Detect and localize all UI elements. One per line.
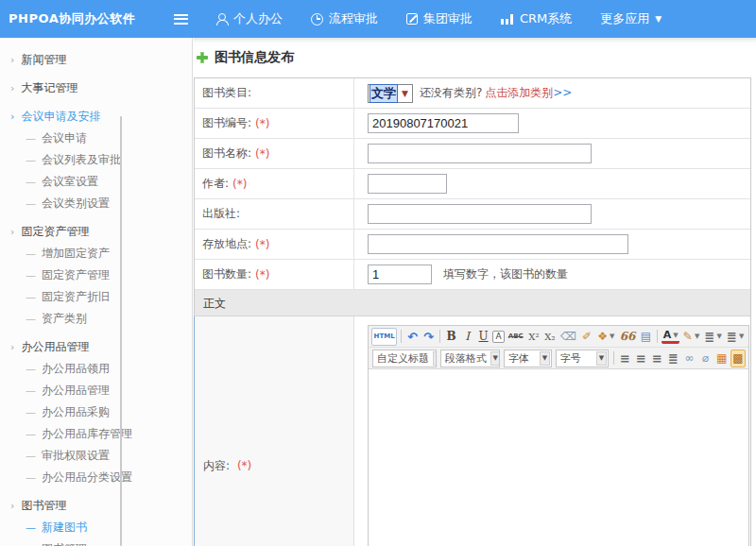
bold-icon[interactable]: B: [444, 328, 458, 346]
sidebar-item[interactable]: —办公用品库存管理: [0, 423, 192, 445]
highlight-icon[interactable]: ✎▼: [681, 328, 701, 346]
quantity-input[interactable]: [368, 264, 432, 284]
caret-down-icon: ▼: [655, 14, 662, 24]
sidebar-item-label: 办公用品库存管理: [42, 427, 132, 440]
nav-label: 个人办公: [233, 10, 283, 27]
field-label: 存放地点:: [202, 236, 251, 252]
field-label: 内容:: [203, 459, 230, 472]
link-arrows: >>: [553, 86, 572, 99]
image-manager-icon[interactable]: ▩: [730, 350, 746, 367]
sidebar-item[interactable]: ›固定资产管理: [0, 220, 192, 243]
required-mark: (*): [255, 268, 269, 282]
sidebar-item[interactable]: ›新闻管理: [0, 48, 192, 71]
no-category-text: 还没有类别?: [420, 85, 482, 101]
subscript-icon[interactable]: X₂: [542, 328, 557, 346]
superscript-icon[interactable]: X²: [526, 328, 541, 346]
sidebar-item[interactable]: ›办公用品管理: [0, 335, 192, 358]
link-icon[interactable]: ∞: [682, 350, 696, 367]
paste-text-icon[interactable]: ▤: [639, 328, 653, 346]
eraser-icon[interactable]: ⌫: [558, 328, 577, 346]
sidebar-item[interactable]: —图书管理: [0, 538, 192, 546]
sidebar-item[interactable]: ›图书管理: [0, 494, 192, 517]
sidebar-item[interactable]: —审批权限设置: [0, 445, 192, 467]
sidebar-item[interactable]: —资产类别: [0, 308, 192, 330]
sidebar-item-label: 办公用品采购: [42, 405, 110, 418]
sidebar-item[interactable]: —新建图书: [0, 517, 192, 538]
sidebar-scrollbar[interactable]: [120, 116, 122, 546]
image-icon[interactable]: ▦: [714, 350, 729, 367]
required-mark: (*): [232, 178, 247, 191]
sidebar-item-label: 图书管理: [21, 499, 66, 512]
align-left-icon[interactable]: ≡: [618, 350, 632, 367]
top-nav: 个人办公流程审批集团审批CRM系统更多应用▼: [201, 0, 676, 38]
align-right-icon[interactable]: ≡: [650, 350, 664, 367]
chart-icon: [501, 13, 514, 25]
unlink-icon[interactable]: ⌀: [698, 350, 713, 367]
font-family-select[interactable]: 字体▼: [504, 350, 552, 367]
undo-icon[interactable]: ↶: [405, 328, 420, 346]
sidebar-item[interactable]: —办公用品采购: [0, 401, 192, 423]
dash-icon: —: [26, 406, 36, 418]
sidebar-item-label: 图书管理: [42, 542, 87, 546]
sidebar-item-label: 固定资产管理: [42, 268, 110, 282]
sidebar-item[interactable]: ›会议申请及安排: [0, 105, 192, 128]
custom-title-select[interactable]: 自定义标题▼: [372, 350, 437, 367]
align-justify-icon[interactable]: ≣: [666, 350, 680, 367]
unordered-list-icon[interactable]: ≣▼: [725, 328, 746, 346]
nav-group-approval[interactable]: 集团审批: [392, 0, 487, 38]
book-number-input[interactable]: [368, 113, 519, 133]
sidebar-item[interactable]: —增加固定资产: [0, 243, 192, 264]
editor-content-area[interactable]: [369, 369, 748, 546]
author-input[interactable]: [368, 174, 447, 194]
publisher-input[interactable]: [368, 204, 592, 224]
field-label: 图书类目:: [202, 85, 251, 101]
dash-icon: —: [26, 132, 36, 145]
align-center-icon[interactable]: ≡: [634, 350, 648, 367]
chevron-right-icon: ›: [10, 341, 14, 353]
add-category-link[interactable]: 点击添加类别>>: [485, 85, 572, 101]
nav-process-approval[interactable]: 流程审批: [297, 0, 392, 38]
nav-crm-system[interactable]: CRM系统: [487, 0, 586, 38]
field-label: 作者:: [202, 176, 229, 192]
location-input[interactable]: [368, 234, 628, 254]
caret-down-icon: ▼: [695, 333, 699, 340]
clean-format-icon[interactable]: ✐: [580, 328, 594, 346]
dash-icon: —: [26, 291, 36, 303]
dash-icon: —: [26, 247, 36, 260]
sidebar-item[interactable]: —会议列表及审批: [0, 149, 192, 171]
underline-icon[interactable]: U: [476, 328, 490, 346]
sidebar-item[interactable]: —办公用品管理: [0, 380, 192, 401]
sidebar-item[interactable]: —办公用品分类设置: [0, 467, 192, 488]
sidebar-item[interactable]: —固定资产折旧: [0, 286, 192, 308]
strikethrough-icon[interactable]: ABC: [507, 328, 524, 346]
paragraph-format-select[interactable]: 段落格式▼: [440, 350, 500, 367]
sidebar-item[interactable]: ›大事记管理: [0, 77, 192, 99]
form-rows: 图书编号:(*)图书名称:(*)作者:(*)出版社:存放地点:(*)图书数量:(…: [195, 109, 750, 290]
sidebar-item[interactable]: —会议类别设置: [0, 193, 192, 214]
redo-icon[interactable]: ↷: [421, 328, 436, 346]
font-box-icon[interactable]: A: [492, 331, 505, 343]
dash-icon: —: [26, 154, 36, 166]
nav-more-apps[interactable]: 更多应用▼: [586, 0, 676, 38]
sidebar-item[interactable]: —会议室设置: [0, 171, 192, 193]
sidebar-item-label: 会议申请: [42, 131, 87, 145]
sidebar-item[interactable]: —办公用品领用: [0, 358, 192, 380]
sidebar-item-label: 会议类别设置: [42, 196, 110, 210]
blockquote-icon[interactable]: 66: [618, 328, 637, 346]
italic-icon[interactable]: I: [460, 328, 474, 346]
toolbar-separator: [401, 330, 402, 343]
book-name-input[interactable]: [368, 144, 592, 163]
font-color-icon[interactable]: A▼: [662, 330, 679, 344]
ordered-list-icon[interactable]: ≣▼: [703, 328, 724, 346]
hamburger-menu-icon[interactable]: [174, 14, 188, 25]
sidebar-item[interactable]: —会议申请: [0, 128, 192, 149]
required-mark: (*): [255, 238, 269, 251]
field-label: 图书数量:: [202, 266, 251, 282]
nav-personal-office[interactable]: 个人办公: [201, 0, 297, 38]
html-source-button[interactable]: HTML: [371, 328, 397, 346]
font-size-select[interactable]: 字号▼: [556, 350, 609, 367]
sidebar-item[interactable]: —固定资产管理: [0, 264, 192, 286]
sidebar-item-label: 办公用品领用: [42, 362, 110, 375]
color-picker-icon[interactable]: ❖▼: [596, 328, 616, 346]
category-select[interactable]: 文学 ▼: [368, 84, 413, 103]
